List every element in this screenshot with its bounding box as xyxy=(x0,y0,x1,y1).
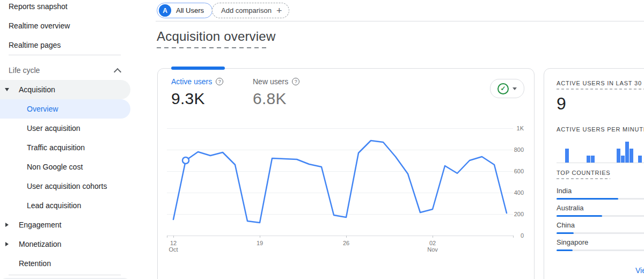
country-bar-fill xyxy=(557,249,573,251)
realtime-card: ACTIVE USERS IN LAST 30 M 9 ACTIVE USERS… xyxy=(544,68,644,279)
x-axis-tick xyxy=(167,236,167,238)
gridline xyxy=(167,236,513,236)
sidebar-item-label: Non Google cost xyxy=(0,163,83,171)
sidebar-section-life-cycle[interactable]: Life cycle xyxy=(0,61,150,80)
caret-down-icon xyxy=(513,87,517,90)
sidebar-divider xyxy=(9,55,121,55)
sidebar-item-label: Overview xyxy=(0,105,58,113)
top-countries-list: IndiaAustraliaChinaSingapore xyxy=(557,182,644,251)
triangle-right-icon xyxy=(5,223,9,227)
header-divider xyxy=(156,21,644,21)
sidebar-item-label: Retention xyxy=(0,259,51,268)
sidebar-item-label: Engagement xyxy=(0,221,61,229)
active-users-line-chart: 1K800600400200012Oct192602Nov xyxy=(167,128,513,236)
active-users-line xyxy=(173,141,507,223)
realtime-active-users-value: 9 xyxy=(557,94,644,114)
minute-bar xyxy=(621,156,625,163)
country-bar-track xyxy=(557,215,644,217)
sidebar-item-retention[interactable]: Retention xyxy=(0,254,150,273)
sidebar-acquisition-group: AcquisitionOverviewUser acquisitionTraff… xyxy=(0,80,150,215)
sidebar: Reports snapshotRealtime overviewRealtim… xyxy=(0,0,150,279)
new-users-label: New users xyxy=(253,77,288,86)
ga4-acquisition-overview-screen: Reports snapshotRealtime overviewRealtim… xyxy=(0,0,644,279)
sidebar-item-engagement[interactable]: Engagement xyxy=(0,215,150,234)
x-axis-tick-label: 19 xyxy=(257,240,263,246)
minute-bar xyxy=(625,142,629,163)
country-name: Australia xyxy=(557,200,644,215)
sidebar-top-list: Reports snapshotRealtime overviewRealtim… xyxy=(0,0,150,55)
active-users-per-minute-chart xyxy=(557,140,644,163)
sidebar-item-label: Traffic acquisition xyxy=(0,143,85,152)
country-bar-fill xyxy=(557,215,602,217)
data-quality-dropdown[interactable]: ✓ xyxy=(490,79,524,98)
realtime-title: ACTIVE USERS IN LAST 30 M xyxy=(557,80,644,86)
country-bar-track xyxy=(557,249,644,251)
minute-bar xyxy=(617,149,620,163)
sidebar-item-label: User acquisition cohorts xyxy=(0,182,107,190)
data-point-marker xyxy=(182,157,189,164)
x-axis-tick xyxy=(173,236,174,238)
sidebar-bottom-list: EngagementMonetizationRetention xyxy=(0,215,150,273)
per-minute-label: ACTIVE USERS PER MINUTE xyxy=(557,126,644,133)
country-bar-track xyxy=(557,198,644,200)
page-title-dashed-underline xyxy=(157,47,267,48)
tab-active-users[interactable]: Active users ? 9.3K xyxy=(171,77,223,108)
country-bar-track xyxy=(557,232,644,234)
country-bar-fill xyxy=(557,198,618,200)
view-realtime-link[interactable]: Vie xyxy=(635,266,644,275)
sidebar-item-realtime-overview[interactable]: Realtime overview xyxy=(0,16,150,35)
minute-bar xyxy=(565,149,569,163)
triangle-down-icon xyxy=(5,88,9,91)
plus-icon: + xyxy=(276,6,282,16)
help-icon[interactable]: ? xyxy=(216,78,223,85)
x-axis-tick xyxy=(433,236,433,238)
active-users-value: 9.3K xyxy=(171,90,223,108)
sidebar-item-label: Lead acquisition xyxy=(0,201,81,210)
help-icon[interactable]: ? xyxy=(292,78,299,85)
country-name: India xyxy=(557,182,644,198)
sidebar-item-lead-acquisition[interactable]: Lead acquisition xyxy=(0,196,150,215)
sidebar-item-realtime-pages[interactable]: Realtime pages xyxy=(0,35,150,55)
country-name: Singapore xyxy=(557,234,644,249)
sidebar-item-non-google-cost[interactable]: Non Google cost xyxy=(0,157,150,177)
add-comparison-button[interactable]: Add comparison + xyxy=(212,3,289,18)
x-axis-tick-label: 12Oct xyxy=(169,240,178,253)
minute-bar xyxy=(630,149,633,163)
sidebar-divider-bottom xyxy=(9,275,121,275)
sidebar-item-label: Realtime pages xyxy=(0,41,61,49)
x-axis-tick-label: 02Nov xyxy=(427,240,438,253)
sidebar-item-label: User acquisition xyxy=(0,124,80,133)
sidebar-item-acquisition[interactable]: Acquisition xyxy=(0,80,130,99)
minute-bar xyxy=(638,156,642,163)
check-circle-icon: ✓ xyxy=(497,83,509,94)
country-row-china: China xyxy=(557,217,644,234)
minute-bar xyxy=(587,156,590,163)
country-row-australia: Australia xyxy=(557,200,644,217)
all-users-segment-chip[interactable]: A All Users xyxy=(157,3,213,18)
sidebar-item-user-acquisition-cohorts[interactable]: User acquisition cohorts xyxy=(0,177,150,196)
add-comparison-label: Add comparison xyxy=(221,6,272,14)
country-row-singapore: Singapore xyxy=(557,234,644,251)
minute-bar xyxy=(591,156,595,163)
top-countries-label: TOP COUNTRIES xyxy=(557,170,644,176)
sidebar-item-label: Monetization xyxy=(0,240,61,248)
all-users-chip-label: All Users xyxy=(176,6,204,14)
sidebar-item-user-acquisition[interactable]: User acquisition xyxy=(0,119,150,138)
sidebar-item-monetization[interactable]: Monetization xyxy=(0,234,150,254)
triangle-right-icon xyxy=(5,242,9,246)
sidebar-item-traffic-acquisition[interactable]: Traffic acquisition xyxy=(0,138,150,157)
x-axis-tick xyxy=(260,236,260,238)
trend-svg xyxy=(167,128,513,236)
country-bar-fill xyxy=(557,232,574,234)
active-users-label: Active users xyxy=(171,77,212,86)
active-tab-indicator xyxy=(171,67,225,70)
realtime-title-dashed-underline xyxy=(557,89,644,90)
sidebar-item-overview[interactable]: Overview xyxy=(0,99,130,119)
sidebar-item-label: Reports snapshot xyxy=(0,2,68,11)
x-axis-tick-label: 26 xyxy=(343,240,349,246)
tab-new-users[interactable]: New users ? 6.8K xyxy=(253,77,299,108)
sidebar-item-reports-snapshot[interactable]: Reports snapshot xyxy=(0,0,150,16)
sidebar-item-label: Realtime overview xyxy=(0,21,70,30)
country-name: China xyxy=(557,217,644,232)
chevron-up-icon xyxy=(114,68,121,76)
